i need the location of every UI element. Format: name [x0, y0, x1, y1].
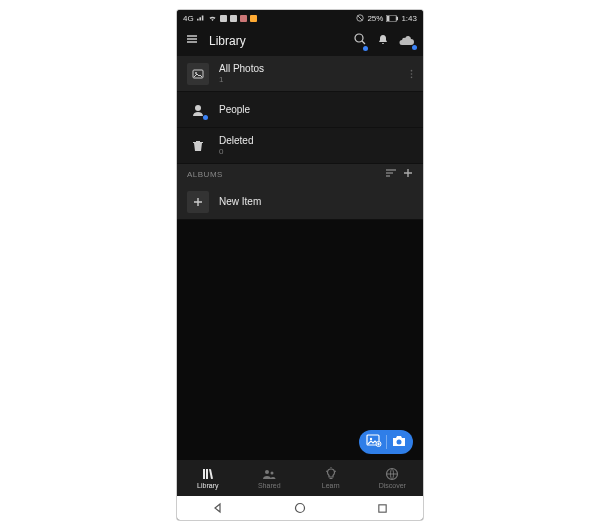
nav-learn[interactable]: Learn: [300, 460, 362, 496]
svg-rect-3: [387, 15, 390, 20]
trash-icon: [187, 135, 209, 157]
fab-divider: [386, 435, 387, 449]
fab-import-capture[interactable]: [359, 430, 413, 454]
svg-point-9: [411, 69, 413, 71]
albums-section-header: ALBUMS: [177, 164, 423, 184]
nav-library[interactable]: Library: [177, 460, 239, 496]
wifi-icon: [208, 14, 217, 22]
list-item-label: All Photos: [219, 63, 400, 74]
more-icon[interactable]: [410, 65, 413, 83]
status-icon-2: [230, 15, 237, 22]
nav-label: Learn: [322, 482, 340, 489]
svg-point-12: [195, 105, 201, 111]
back-button[interactable]: [212, 502, 224, 514]
list-item-label: People: [219, 104, 413, 115]
nav-shared[interactable]: Shared: [239, 460, 301, 496]
nav-label: Shared: [258, 482, 281, 489]
system-nav: [177, 496, 423, 520]
nav-label: Library: [197, 482, 218, 489]
svg-point-11: [411, 76, 413, 78]
list-item-people[interactable]: People: [177, 92, 423, 128]
svg-point-14: [369, 438, 371, 440]
battery-label: 25%: [367, 14, 383, 23]
list-item-count: 1: [219, 75, 400, 84]
shared-icon: [262, 467, 276, 481]
battery-icon: [386, 15, 398, 22]
app-header: Library: [177, 26, 423, 56]
cloud-icon[interactable]: [399, 32, 415, 50]
add-album-icon[interactable]: [403, 168, 413, 180]
menu-icon[interactable]: [185, 32, 199, 50]
carrier-label: 4G: [183, 14, 194, 23]
phone-frame: 4G 25% 1:43 Library: [177, 10, 423, 520]
svg-point-17: [265, 470, 269, 474]
page-title: Library: [209, 34, 343, 48]
discover-icon: [385, 467, 399, 481]
list-item-label: Deleted: [219, 135, 413, 146]
library-icon: [201, 467, 215, 481]
svg-point-20: [296, 504, 305, 513]
library-list: All Photos 1 People Deleted 0: [177, 56, 423, 220]
dnd-icon: [356, 14, 364, 22]
people-icon: [187, 99, 209, 121]
status-icon-1: [220, 15, 227, 22]
svg-point-5: [355, 34, 363, 42]
sort-icon[interactable]: [385, 168, 397, 180]
svg-rect-21: [379, 504, 386, 511]
recent-button[interactable]: [377, 503, 388, 514]
plus-icon: [187, 191, 209, 213]
signal-icon: [197, 14, 205, 22]
camera-icon[interactable]: [391, 433, 407, 451]
svg-line-1: [358, 16, 363, 21]
albums-heading: ALBUMS: [187, 170, 379, 179]
svg-point-16: [396, 440, 401, 445]
svg-point-10: [411, 73, 413, 75]
status-icon-3: [240, 15, 247, 22]
svg-point-18: [271, 472, 274, 475]
list-item-new-album[interactable]: New Item: [177, 184, 423, 220]
bottom-nav: Library Shared Learn Discover: [177, 460, 423, 496]
search-profile-icon[interactable]: [353, 32, 367, 50]
list-item-label: New Item: [219, 196, 413, 207]
content-area: [177, 220, 423, 460]
import-photo-icon[interactable]: [366, 433, 382, 451]
learn-icon: [324, 467, 338, 481]
all-photos-icon: [187, 63, 209, 85]
svg-rect-4: [397, 16, 399, 19]
list-item-all-photos[interactable]: All Photos 1: [177, 56, 423, 92]
nav-discover[interactable]: Discover: [362, 460, 424, 496]
bell-icon[interactable]: [377, 32, 389, 50]
time-label: 1:43: [401, 14, 417, 23]
status-bar: 4G 25% 1:43: [177, 10, 423, 26]
status-icon-4: [250, 15, 257, 22]
nav-label: Discover: [379, 482, 406, 489]
home-button[interactable]: [294, 502, 306, 514]
svg-line-6: [362, 41, 365, 44]
list-item-count: 0: [219, 147, 413, 156]
list-item-deleted[interactable]: Deleted 0: [177, 128, 423, 164]
